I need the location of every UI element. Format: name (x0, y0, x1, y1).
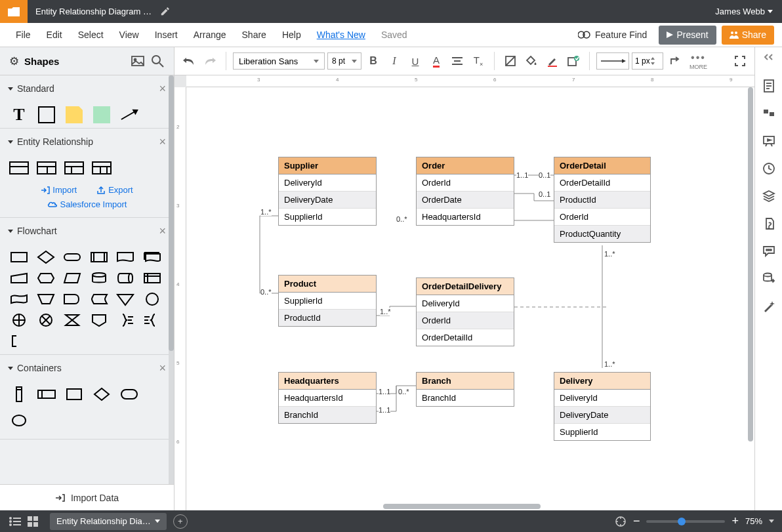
close-icon[interactable]: × (159, 135, 166, 149)
entity-product[interactable]: Product SupplierId ProductId (278, 275, 377, 327)
more-button[interactable]: •••MORE (689, 52, 707, 70)
fc-multidoc[interactable] (142, 249, 162, 265)
container-2[interactable] (37, 385, 56, 403)
er-shape-3[interactable] (64, 159, 84, 177)
zoom-value[interactable]: 75% (745, 516, 762, 526)
left-panel-scrollbar[interactable] (169, 75, 174, 484)
fc-collate[interactable] (62, 312, 82, 328)
canvas-scrollbar-v[interactable] (747, 87, 754, 501)
layers-icon[interactable] (762, 189, 776, 203)
linewidth-select[interactable]: 1 px (632, 52, 663, 70)
fc-preparation[interactable] (36, 270, 56, 286)
menu-share[interactable]: Share (234, 30, 274, 40)
fc-manualop[interactable] (36, 291, 56, 307)
fc-brace-r[interactable] (115, 312, 135, 328)
er-shape-2[interactable] (37, 159, 56, 177)
fc-delay[interactable] (62, 291, 82, 307)
container-1[interactable] (9, 385, 29, 403)
fc-directdata[interactable] (115, 270, 135, 286)
underline-button[interactable]: U (406, 52, 424, 70)
fc-brace-l[interactable] (142, 312, 162, 328)
document-title[interactable]: Entity Relationship Diagram Exa… (35, 7, 154, 16)
masterpages-icon[interactable] (762, 216, 776, 231)
shapestyle-button[interactable] (501, 52, 520, 70)
export-link[interactable]: Export (96, 185, 133, 195)
data-icon[interactable] (762, 272, 776, 286)
fc-offpage[interactable] (89, 312, 109, 328)
search-icon[interactable] (150, 54, 165, 68)
fc-decision[interactable] (36, 249, 56, 265)
undo-button[interactable] (180, 52, 198, 70)
fc-terminator[interactable] (62, 249, 82, 265)
gear-icon[interactable]: ⚙ (9, 54, 19, 68)
cleartext-button[interactable]: T× (469, 52, 487, 70)
chat-icon[interactable] (762, 244, 776, 258)
comments-icon[interactable] (762, 106, 776, 121)
whats-new-link[interactable]: What's New (309, 30, 373, 40)
er-shape-1[interactable] (9, 159, 29, 177)
linepath-button[interactable] (666, 52, 684, 70)
close-icon[interactable]: × (159, 361, 166, 375)
fc-document[interactable] (115, 249, 135, 265)
entity-orderdetail[interactable]: OrderDetail OrderDetailId ProductId Orde… (554, 157, 651, 243)
import-link[interactable]: Import (41, 185, 77, 195)
section-flowchart[interactable]: Flowchart × (0, 218, 174, 244)
fill-button[interactable] (522, 52, 541, 70)
italic-button[interactable]: I (385, 52, 403, 70)
fc-merge[interactable] (115, 291, 135, 307)
container-3[interactable] (64, 385, 84, 403)
fc-storeddata[interactable] (89, 291, 109, 307)
rect-shape[interactable] (37, 106, 56, 124)
menu-insert[interactable]: Insert (147, 30, 186, 40)
outline-icon[interactable] (9, 517, 21, 526)
user-menu[interactable]: James Webb (706, 7, 782, 16)
entity-supplier[interactable]: Supplier DeliveryId DeliveryDate Supplie… (278, 157, 377, 226)
import-data-button[interactable]: Import Data (0, 484, 174, 510)
align-button[interactable] (448, 52, 466, 70)
fc-manualinp[interactable] (9, 270, 29, 286)
shapeopt-button[interactable] (564, 52, 583, 70)
menu-select[interactable]: Select (70, 30, 112, 40)
container-5[interactable] (119, 385, 139, 403)
container-6[interactable] (9, 411, 29, 430)
salesforce-import-link[interactable]: Salesforce Import (47, 199, 127, 209)
block-shape[interactable] (92, 106, 112, 124)
collapse-right-panel[interactable] (764, 52, 773, 66)
entity-headquarters[interactable]: Headquarters HeadquartersId BranchId (278, 372, 377, 424)
border-button[interactable] (543, 52, 562, 70)
fc-internalstorage[interactable] (142, 270, 162, 286)
menu-edit[interactable]: Edit (39, 30, 70, 40)
target-icon[interactable] (615, 516, 627, 527)
entity-order[interactable]: Order OrderId OrderDate HeadquartersId (416, 157, 514, 226)
entity-branch[interactable]: Branch BranchId (416, 372, 514, 407)
close-icon[interactable]: × (159, 224, 166, 238)
add-page-button[interactable]: + (173, 514, 188, 529)
entity-delivery[interactable]: Delivery DeliveryId DeliveryDate Supplie… (554, 372, 651, 441)
history-icon[interactable] (762, 161, 776, 176)
section-er[interactable]: Entity Relationship × (0, 129, 174, 155)
fc-papertape[interactable] (9, 291, 29, 307)
zoom-out[interactable]: − (633, 514, 640, 528)
text-shape[interactable]: T (9, 106, 29, 124)
fc-data[interactable] (62, 270, 82, 286)
section-standard[interactable]: Standard × (0, 75, 174, 102)
grid-icon[interactable] (28, 516, 38, 527)
zoom-in[interactable]: + (731, 514, 739, 528)
page-tab[interactable]: Entity Relationship Dia… (50, 513, 167, 530)
magic-icon[interactable] (762, 299, 776, 314)
container-4[interactable] (92, 385, 112, 403)
bold-button[interactable]: B (364, 52, 382, 70)
canvas[interactable]: Supplier DeliveryId DeliveryDate Supplie… (186, 87, 754, 510)
font-select[interactable]: Liberation Sans (233, 52, 325, 70)
menu-help[interactable]: Help (274, 30, 309, 40)
er-shape-4[interactable] (92, 159, 112, 177)
fc-database[interactable] (89, 270, 109, 286)
present-button[interactable]: Present (659, 26, 716, 45)
close-icon[interactable]: × (159, 82, 166, 96)
textcolor-button[interactable]: A (427, 52, 445, 70)
redo-button[interactable] (201, 52, 219, 70)
fc-note[interactable] (9, 333, 29, 349)
menu-file[interactable]: File (8, 30, 39, 40)
fc-connector[interactable] (142, 291, 162, 307)
feature-find[interactable]: Feature Find (578, 30, 653, 40)
